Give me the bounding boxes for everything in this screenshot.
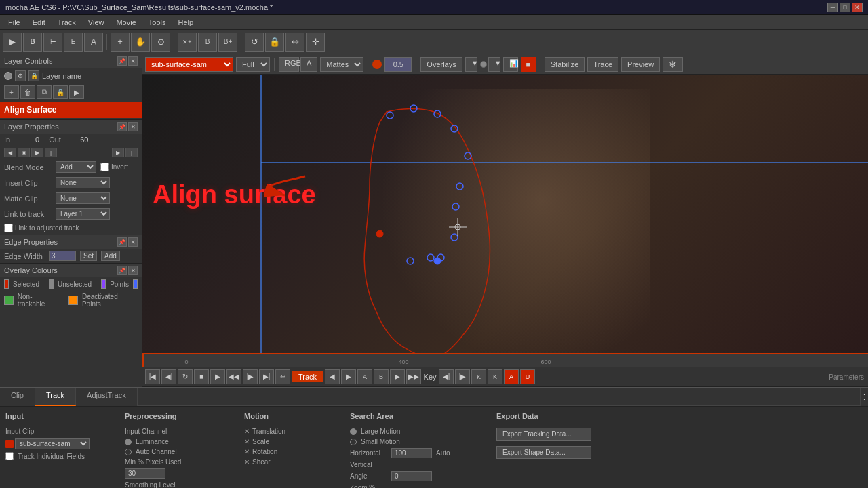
layer-controls-pin[interactable]: 📌 [117, 56, 127, 66]
minimize-button[interactable]: ─ [827, 3, 838, 12]
selected-swatch[interactable] [4, 279, 9, 289]
large-motion-radio[interactable] [350, 428, 357, 435]
tl-play-loop[interactable]: ↻ [178, 369, 193, 384]
bottom-panel-resize[interactable]: ⋮ [860, 388, 868, 406]
opacity-input[interactable] [384, 57, 412, 72]
small-motion-radio[interactable] [350, 439, 357, 445]
layer-props-close[interactable]: ✕ [128, 122, 138, 131]
unselected-swatch[interactable] [49, 279, 54, 289]
edge-add-button[interactable]: Add [101, 251, 120, 261]
menu-help[interactable]: Help [172, 17, 199, 28]
visibility-icon[interactable] [4, 72, 12, 80]
layer-select-dropdown[interactable]: sub-surface-sam [145, 57, 233, 72]
matte-clip-dropdown[interactable]: None [56, 192, 110, 204]
maximize-button[interactable]: □ [840, 3, 850, 12]
layer-duplicate-btn[interactable]: ⧉ [37, 85, 52, 99]
tool-lock[interactable]: 🔒 [265, 33, 284, 52]
overlay-opt-btn[interactable]: ▼ [465, 57, 477, 72]
auto-channel-radio[interactable] [125, 449, 132, 455]
tl-loop-end[interactable]: ↩ [275, 369, 290, 384]
tl-k2[interactable]: K [488, 369, 502, 384]
tool-b4[interactable]: B+ [218, 33, 237, 52]
tool-b1[interactable]: B [23, 33, 42, 52]
tl-step-fwd[interactable]: |▶ [243, 369, 258, 384]
layer-delete-btn[interactable]: 🗑 [20, 85, 35, 99]
tab-track[interactable]: Track [35, 388, 76, 406]
points-blue-swatch[interactable] [133, 279, 138, 289]
tool-add[interactable]: + [111, 33, 130, 52]
in-center-btn[interactable]: ◉ [18, 148, 30, 157]
edge-set-button[interactable]: Set [80, 251, 97, 261]
overlays-button[interactable]: Overlays [420, 57, 462, 72]
tl-akey[interactable]: A [504, 369, 519, 384]
menu-view[interactable]: View [83, 17, 110, 28]
layer-add-btn[interactable]: + [4, 85, 19, 99]
layer-settings-icon[interactable]: ⚙ [15, 70, 26, 81]
min-pixels-input[interactable] [125, 468, 165, 479]
align-surface-button[interactable]: Align Surface [4, 105, 138, 115]
rgb-btn[interactable]: RGB [279, 57, 299, 72]
tab-adjust[interactable]: AdjustTrack [76, 388, 138, 406]
tl-key-next[interactable]: |▶ [455, 369, 470, 384]
tool-zoom[interactable]: ⊙ [151, 33, 170, 52]
tl-k1[interactable]: K [471, 369, 486, 384]
edge-width-input[interactable] [49, 251, 76, 261]
tool-b3[interactable]: B [198, 33, 217, 52]
tl-track-back[interactable]: ◀ [325, 369, 340, 384]
overlay-pin[interactable]: 📌 [117, 266, 127, 275]
preview-button[interactable]: Preview [621, 57, 660, 72]
trace-button[interactable]: Trace [587, 57, 618, 72]
mattes-dropdown[interactable]: Mattes [320, 57, 363, 72]
horizontal-input[interactable] [391, 448, 432, 458]
red-btn[interactable]: ■ [521, 57, 536, 72]
tl-a[interactable]: A [357, 369, 372, 384]
export-shape-button[interactable]: Export Shape Data... [496, 446, 591, 459]
layer-controls-close[interactable]: ✕ [128, 56, 138, 66]
tool-swap[interactable]: ⇔ [285, 33, 304, 52]
tl-b[interactable]: B [374, 369, 389, 384]
dot-dropdown[interactable]: ▼ [488, 57, 500, 72]
points-swatch[interactable] [101, 279, 106, 289]
export-tracking-button[interactable]: Export Tracking Data... [496, 428, 591, 441]
tl-track-fwd[interactable]: ▶ [341, 369, 356, 384]
tool-select[interactable]: ▶ [3, 33, 22, 52]
input-clip-select[interactable]: sub-surface-sam [15, 438, 90, 449]
link-track-dropdown[interactable]: Layer 1 [56, 208, 110, 220]
tool-hand[interactable]: ✋ [131, 33, 150, 52]
tl-go-start[interactable]: |◀ [145, 369, 160, 384]
overlay-close[interactable]: ✕ [128, 266, 138, 275]
track-button[interactable]: Track [292, 371, 323, 382]
layer-lock-icon[interactable]: 🔒 [28, 70, 39, 81]
tab-clip[interactable]: Clip [0, 388, 35, 406]
tl-ukey[interactable]: U [520, 369, 535, 384]
edge-props-close[interactable]: ✕ [128, 237, 138, 247]
out-end-btn[interactable]: | [125, 148, 138, 157]
menu-movie[interactable]: Movie [111, 17, 141, 28]
tl-ff[interactable]: ▶▶ [406, 369, 421, 384]
link-adjusted-checkbox[interactable] [4, 224, 13, 232]
insert-clip-dropdown[interactable]: None [56, 177, 110, 188]
in-prev-btn[interactable]: ◀ [4, 148, 16, 157]
menu-file[interactable]: File [3, 17, 26, 28]
out-play-btn[interactable]: ▶ [112, 148, 124, 157]
quality-dropdown[interactable]: FullHalf [236, 57, 270, 72]
layer-more-btn[interactable]: ▶ [69, 85, 84, 99]
menu-track[interactable]: Track [52, 17, 81, 28]
layer-lock-btn[interactable]: 🔒 [53, 85, 68, 99]
tool-b2[interactable]: ⊢ [43, 33, 62, 52]
tool-xplus[interactable]: ✕+ [178, 33, 197, 52]
alpha-btn[interactable]: A [300, 57, 317, 72]
invert-checkbox[interactable] [100, 163, 109, 171]
deactivated-swatch[interactable] [68, 296, 78, 305]
blend-mode-dropdown[interactable]: AddNormal [56, 161, 96, 173]
menu-edit[interactable]: Edit [27, 17, 51, 28]
tl-go-end[interactable]: ▶| [259, 369, 274, 384]
layer-props-pin[interactable]: 📌 [117, 122, 127, 131]
snowflake-btn[interactable]: ❄ [663, 57, 683, 72]
out-btn[interactable]: | [45, 148, 57, 157]
stabilize-button[interactable]: Stabilize [545, 57, 585, 72]
tl-play-btn2[interactable]: ▶ [390, 369, 405, 384]
angle-input[interactable] [391, 471, 432, 481]
luminance-radio[interactable] [125, 439, 132, 445]
tl-stop[interactable]: ■ [194, 369, 209, 384]
